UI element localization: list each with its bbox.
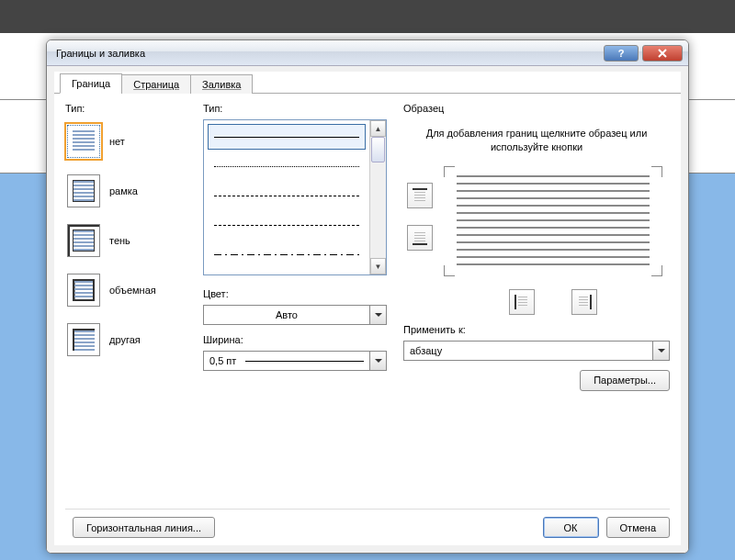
preview-heading: Образец [403, 103, 670, 114]
borders-and-shading-dialog: Границы и заливка ? Граница Страница Зал… [46, 39, 689, 554]
setting-shadow[interactable]: тень [65, 222, 194, 259]
scroll-thumb[interactable] [371, 137, 385, 162]
setting-label: другая [109, 334, 141, 345]
apply-to-row: Применить к: абзацу [403, 324, 670, 361]
horizontal-line-label: Горизонтальная линия... [86, 522, 201, 533]
cancel-button[interactable]: Отмена [606, 517, 670, 538]
edge-buttons-horizontal [403, 276, 670, 315]
setting-3d[interactable]: объемная [65, 272, 194, 308]
color-heading: Цвет: [203, 288, 387, 299]
style-heading: Тип: [203, 103, 387, 114]
border-left-button[interactable] [509, 289, 535, 315]
scroll-up-button[interactable]: ▲ [370, 120, 386, 137]
corner-marker [651, 166, 662, 177]
dialog-titlebar[interactable]: Границы и заливка ? [47, 40, 688, 66]
setting-label: рамка [109, 185, 138, 196]
border-bottom-button[interactable] [407, 225, 433, 251]
setting-thumbnail [67, 274, 100, 307]
close-icon [658, 49, 667, 58]
line-style-dashed-small[interactable] [208, 183, 366, 208]
ok-button[interactable]: ОК [543, 517, 599, 538]
preview-hint: Для добавления границ щелкните образец и… [403, 119, 670, 166]
width-heading: Ширина: [203, 334, 387, 345]
tab-content: Тип: нет рамка тень [54, 94, 681, 488]
app-background-dark [0, 0, 735, 33]
line-style-dotted[interactable] [208, 153, 366, 179]
dropdown-arrow-icon[interactable] [369, 306, 386, 324]
help-button[interactable]: ? [604, 45, 639, 62]
preview-frame[interactable] [444, 166, 662, 276]
corner-marker [444, 166, 455, 177]
edge-buttons-vertical [403, 166, 436, 276]
horizontal-line-button[interactable]: Горизонтальная линия... [73, 517, 215, 538]
setting-heading: Тип: [65, 103, 194, 114]
apply-to-label: Применить к: [403, 324, 670, 335]
width-sample-line [245, 361, 364, 362]
setting-list: нет рамка тень объемная [65, 119, 194, 362]
color-value: Авто [204, 309, 369, 320]
border-right-button[interactable] [571, 289, 597, 315]
line-style-dashdot[interactable] [208, 241, 366, 267]
color-combo[interactable]: Авто [203, 305, 387, 325]
tab-label: Заливка [202, 79, 241, 90]
line-style-list[interactable]: ▲ ▼ [203, 119, 387, 275]
dropdown-arrow-icon[interactable] [652, 342, 669, 360]
preview-box[interactable] [436, 166, 670, 276]
tab-border[interactable]: Граница [60, 73, 122, 94]
setting-column: Тип: нет рамка тень [65, 103, 194, 488]
dialog-title: Границы и заливка [52, 48, 600, 59]
width-value: 0,5 пт [209, 355, 236, 366]
apply-to-value: абзацу [404, 345, 652, 356]
line-style-solid[interactable] [208, 124, 366, 150]
setting-label: тень [109, 235, 130, 246]
preview-row [403, 166, 670, 276]
ok-label: ОК [564, 522, 578, 533]
setting-label: нет [109, 136, 125, 147]
dialog-body: Граница Страница Заливка Тип: нет [47, 66, 688, 553]
setting-box[interactable]: рамка [65, 173, 194, 209]
setting-custom[interactable]: другая [65, 321, 194, 358]
dropdown-arrow-icon[interactable] [369, 352, 386, 370]
tab-label: Граница [72, 78, 110, 89]
cancel-label: Отмена [620, 522, 656, 533]
tab-label: Страница [133, 79, 179, 90]
setting-label: объемная [109, 285, 156, 296]
scroll-down-button[interactable]: ▼ [370, 258, 386, 274]
options-button[interactable]: Параметры... [580, 370, 670, 391]
width-combo[interactable]: 0,5 пт [203, 351, 387, 371]
style-column: Тип: ▲ ▼ [203, 103, 387, 488]
setting-thumbnail [67, 323, 100, 356]
dialog-footer: Горизонтальная линия... ОК Отмена [65, 509, 670, 534]
apply-to-combo[interactable]: абзацу [403, 341, 670, 361]
setting-thumbnail [67, 174, 100, 207]
preview-column: Образец Для добавления границ щелкните о… [403, 103, 670, 488]
scroll-track[interactable] [370, 137, 386, 258]
preview-paragraph [457, 175, 650, 267]
setting-none[interactable]: нет [65, 123, 194, 160]
corner-marker [651, 265, 662, 276]
tab-page[interactable]: Страница [121, 74, 191, 94]
line-style-scrollbar[interactable]: ▲ ▼ [369, 120, 386, 274]
corner-marker [444, 265, 455, 276]
tab-strip: Граница Страница Заливка [54, 72, 681, 94]
tab-shading[interactable]: Заливка [190, 74, 253, 94]
border-top-button[interactable] [407, 183, 433, 208]
options-button-label: Параметры... [594, 375, 656, 386]
params-row: Параметры... [403, 370, 670, 391]
setting-thumbnail [67, 125, 100, 158]
close-button[interactable] [642, 45, 683, 62]
setting-thumbnail [67, 224, 100, 257]
line-style-dashed[interactable] [208, 212, 366, 238]
